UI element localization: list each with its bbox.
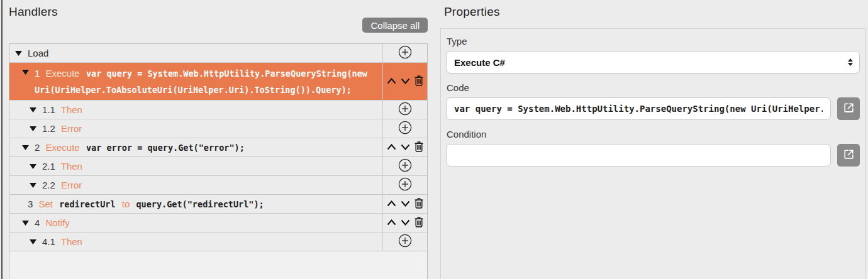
add-step-button[interactable]: [398, 234, 412, 249]
open-condition-editor-button[interactable]: [837, 144, 860, 167]
trash-icon: [415, 75, 423, 88]
trash-icon: [415, 198, 423, 211]
step-number: 1: [35, 68, 40, 79]
step-text: 1 Execute var query = System.Web.HttpUti…: [35, 65, 382, 98]
step-number: 2: [35, 142, 40, 153]
handlers-title: Handlers: [9, 0, 428, 19]
trash-icon: [415, 141, 423, 154]
row-actions: [382, 44, 427, 62]
properties-panel: Properties Type Execute C# Code Conditio…: [434, 0, 868, 279]
step-number: 2.1: [42, 161, 55, 172]
row-actions: [382, 176, 427, 194]
step-keyword: Notify: [46, 217, 70, 228]
handler-row-2[interactable]: 2 Execute var error = query.Get("error")…: [9, 138, 427, 157]
step-keyword: Then: [61, 236, 82, 247]
delete-step-button[interactable]: [415, 217, 423, 229]
handler-row-3[interactable]: 3 Set redirectUrl to query.Get("redirect…: [9, 195, 427, 214]
step-number: 1.1: [42, 104, 55, 115]
properties-box: Type Execute C# Code Condition: [440, 28, 866, 279]
move-up-button[interactable]: [387, 199, 396, 209]
delete-step-button[interactable]: [415, 141, 423, 154]
circled-plus-icon: [398, 121, 412, 136]
circled-plus-icon: [398, 234, 412, 249]
select-spinner-icon: [848, 58, 853, 66]
handler-row-load[interactable]: Load: [9, 44, 427, 63]
handler-row-2.1[interactable]: 2.1 Then: [9, 157, 427, 176]
move-down-button[interactable]: [401, 218, 410, 227]
code-input[interactable]: [446, 97, 831, 120]
handler-row-4[interactable]: 4 Notify: [9, 214, 427, 232]
window-edge: [1, 0, 3, 279]
caret-down-icon[interactable]: [22, 65, 35, 75]
chevron-up-icon: [387, 218, 396, 227]
handler-row-1.2[interactable]: 1.2 Error: [9, 119, 427, 138]
step-number: 2.2: [42, 180, 55, 190]
circled-plus-icon: [398, 45, 412, 61]
code-label: Code: [447, 82, 860, 93]
condition-label: Condition: [447, 129, 860, 140]
step-code: var error = query.Get("error");: [86, 143, 245, 153]
caret-down-icon[interactable]: [30, 183, 42, 188]
step-text: 2 Execute var error = query.Get("error")…: [35, 140, 382, 156]
chevron-down-icon: [401, 199, 410, 209]
step-number: 4.1: [42, 236, 55, 247]
step-text: 1.1 Then: [42, 102, 382, 118]
move-down-button[interactable]: [401, 143, 410, 152]
row-actions: [382, 232, 427, 251]
step-keyword: Set: [39, 199, 53, 209]
chevron-down-icon: [401, 77, 410, 86]
code-field-row: [446, 97, 860, 120]
handler-row-1[interactable]: 1 Execute var query = System.Web.HttpUti…: [9, 63, 427, 101]
collapse-all-button[interactable]: Collapse all: [362, 18, 428, 33]
move-up-button[interactable]: [387, 77, 396, 86]
move-down-button[interactable]: [401, 199, 410, 209]
caret-down-icon[interactable]: [30, 164, 42, 169]
caret-down-icon[interactable]: [22, 145, 35, 150]
chevron-down-icon: [401, 218, 410, 227]
type-select[interactable]: Execute C#: [446, 51, 860, 74]
circled-plus-icon: [398, 102, 412, 118]
handler-row-4.1[interactable]: 4.1 Then: [9, 232, 427, 251]
properties-title: Properties: [434, 0, 868, 19]
add-step-button[interactable]: [398, 121, 412, 136]
caret-down-icon[interactable]: [30, 239, 42, 244]
chevron-up-icon: [387, 77, 396, 86]
add-step-button[interactable]: [398, 177, 412, 193]
add-step-button[interactable]: [398, 102, 412, 118]
step-keyword: Then: [61, 161, 82, 172]
step-keyword: Then: [61, 104, 82, 115]
step-keyword: to: [122, 199, 130, 209]
step-code: query.Get("redirectUrl");: [136, 199, 264, 209]
caret-down-icon[interactable]: [30, 126, 42, 131]
handler-row-2.2[interactable]: 2.2 Error: [9, 176, 427, 195]
row-actions: [382, 195, 427, 213]
step-text: 4.1 Then: [42, 234, 382, 249]
handler-row-1.1[interactable]: 1.1 Then: [9, 101, 427, 119]
row-actions: [382, 214, 427, 232]
step-keyword: Execute: [46, 142, 80, 153]
row-actions: [382, 138, 427, 156]
type-select-value: Execute C#: [454, 57, 505, 68]
delete-step-button[interactable]: [415, 198, 423, 211]
trash-icon: [415, 217, 423, 229]
step-text: 1.2 Error: [42, 121, 382, 136]
type-label: Type: [447, 36, 860, 46]
step-number: 4: [35, 217, 40, 228]
caret-down-icon[interactable]: [22, 221, 35, 226]
delete-step-button[interactable]: [415, 75, 423, 88]
caret-down-icon[interactable]: [30, 107, 42, 112]
add-step-button[interactable]: [398, 158, 412, 174]
open-code-editor-button[interactable]: [837, 97, 860, 120]
condition-input[interactable]: [446, 144, 831, 167]
step-text: 2.1 Then: [42, 158, 382, 174]
add-step-button[interactable]: [398, 45, 412, 61]
step-text: 4 Notify: [35, 215, 382, 231]
move-up-button[interactable]: [387, 218, 396, 227]
move-up-button[interactable]: [387, 143, 396, 152]
caret-down-icon[interactable]: [15, 51, 28, 56]
move-down-button[interactable]: [401, 77, 410, 86]
step-code: redirectUrl: [59, 199, 115, 209]
handlers-panel: Handlers Collapse all Load 1 Execute var…: [9, 0, 428, 279]
tree-empty-area: [9, 251, 427, 279]
chevron-up-icon: [387, 199, 396, 209]
